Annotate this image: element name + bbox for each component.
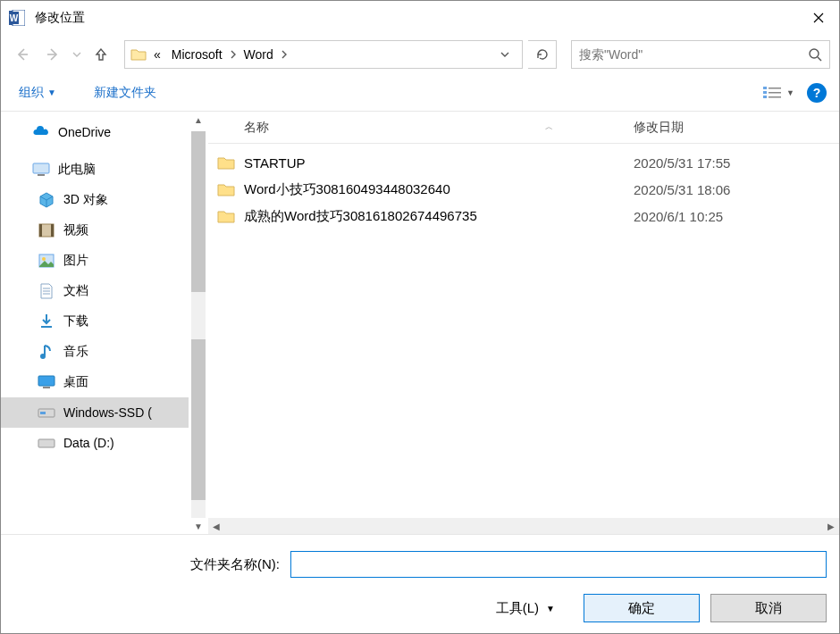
- scroll-right-icon[interactable]: ▶: [823, 521, 839, 531]
- scrollbar-thumb[interactable]: [191, 339, 206, 500]
- tools-button[interactable]: 工具(L) ▼: [496, 600, 555, 617]
- list-item[interactable]: Word小技巧308160493448032640 2020/5/31 18:0…: [208, 176, 839, 203]
- address-bar[interactable]: « Microsoft Word: [124, 40, 523, 69]
- column-date-header[interactable]: 修改日期: [634, 120, 839, 136]
- tree-windows-ssd[interactable]: Windows-SSD (: [1, 397, 189, 428]
- tree-pictures[interactable]: 图片: [1, 246, 189, 276]
- folder-name-row: 文件夹名称(N):: [13, 551, 827, 578]
- view-mode-button[interactable]: ▼: [763, 86, 794, 100]
- svg-rect-12: [38, 174, 45, 176]
- cancel-button[interactable]: 取消: [710, 594, 827, 622]
- scroll-left-icon[interactable]: ◀: [208, 521, 224, 531]
- 3d-objects-icon: [37, 191, 56, 209]
- item-date: 2020/5/31 18:06: [634, 182, 839, 197]
- chevron-down-icon: ▼: [786, 88, 794, 97]
- svg-text:W: W: [10, 13, 19, 23]
- drive-icon: [37, 434, 56, 452]
- list-body[interactable]: STARTUP 2020/5/31 17:55 Word小技巧308160493…: [208, 144, 839, 518]
- item-name: STARTUP: [244, 155, 634, 171]
- list-item[interactable]: 成熟的Word技巧308161802674496735 2020/6/1 10:…: [208, 203, 839, 229]
- documents-icon: [37, 282, 56, 300]
- titlebar: W 修改位置: [1, 1, 839, 35]
- tree-thispc[interactable]: 此电脑: [1, 154, 189, 185]
- folder-icon: [208, 155, 244, 170]
- list-header[interactable]: 名称 ︿ 修改日期: [208, 112, 839, 144]
- item-name: Word小技巧308160493448032640: [244, 181, 634, 198]
- tree-music[interactable]: 音乐: [1, 337, 189, 367]
- svg-rect-23: [38, 439, 55, 447]
- tree-desktop[interactable]: 桌面: [1, 367, 189, 397]
- tree-scrollbar[interactable]: ▲ ▼: [189, 112, 208, 534]
- svg-rect-19: [38, 376, 55, 386]
- column-name-header[interactable]: 名称 ︿: [208, 120, 634, 136]
- tree-documents[interactable]: 文档: [1, 276, 189, 306]
- tree-label: 音乐: [63, 344, 88, 360]
- chevron-down-icon: ▼: [47, 88, 56, 97]
- horizontal-scrollbar[interactable]: ◀ ▶: [208, 518, 839, 534]
- chevron-down-icon: ▼: [546, 604, 555, 613]
- scrollbar-thumb[interactable]: [191, 131, 206, 292]
- help-button[interactable]: ?: [807, 83, 827, 103]
- main-area: OneDrive 此电脑 3D 对象 视频 图片 文档 下载 音乐 桌面 Win…: [1, 112, 839, 534]
- organize-label: 组织: [19, 85, 44, 101]
- folder-name-input[interactable]: [290, 551, 827, 578]
- tree-label: Data (D:): [63, 436, 114, 450]
- desktop-icon: [37, 373, 56, 391]
- music-icon: [37, 343, 56, 361]
- folder-icon: [208, 209, 244, 223]
- item-date: 2020/5/31 17:55: [634, 155, 839, 171]
- item-name: 成熟的Word技巧308161802674496735: [244, 208, 634, 225]
- tree-3d-objects[interactable]: 3D 对象: [1, 185, 189, 215]
- drive-icon: [37, 404, 56, 421]
- scrollbar-track[interactable]: [191, 131, 206, 518]
- tree-label: OneDrive: [58, 125, 111, 139]
- list-item[interactable]: STARTUP 2020/5/31 17:55: [208, 149, 839, 176]
- button-row: 工具(L) ▼ 确定 取消: [13, 594, 827, 622]
- tree-videos[interactable]: 视频: [1, 215, 189, 246]
- tree-label: Windows-SSD (: [63, 405, 152, 420]
- nav-tree[interactable]: OneDrive 此电脑 3D 对象 视频 图片 文档 下载 音乐 桌面 Win…: [1, 112, 189, 534]
- search-icon[interactable]: [808, 47, 822, 62]
- tree-downloads[interactable]: 下载: [1, 306, 189, 337]
- new-folder-button[interactable]: 新建文件夹: [88, 81, 162, 104]
- organize-button[interactable]: 组织 ▼: [13, 81, 62, 104]
- column-date-label: 修改日期: [634, 120, 684, 134]
- svg-rect-9: [763, 96, 767, 98]
- tree-label: 视频: [63, 222, 88, 238]
- new-folder-label: 新建文件夹: [94, 85, 156, 101]
- svg-point-4: [810, 49, 819, 58]
- refresh-button[interactable]: [528, 40, 557, 69]
- search-box[interactable]: [571, 40, 830, 69]
- search-input[interactable]: [579, 47, 808, 62]
- nav-recent-dropdown[interactable]: [71, 42, 83, 67]
- navbar: « Microsoft Word: [1, 35, 839, 74]
- close-button[interactable]: [798, 1, 839, 35]
- breadcrumb-ellipsis[interactable]: «: [148, 47, 166, 62]
- svg-rect-11: [33, 163, 49, 173]
- svg-rect-14: [39, 224, 42, 237]
- word-app-icon: W: [8, 9, 26, 27]
- svg-rect-10: [769, 96, 781, 98]
- window-title: 修改位置: [35, 10, 798, 26]
- breadcrumb-item[interactable]: Word: [239, 47, 279, 62]
- nav-back-button[interactable]: [10, 42, 35, 67]
- tree-label: 图片: [63, 253, 88, 269]
- scroll-up-icon[interactable]: ▲: [191, 112, 206, 128]
- item-date: 2020/6/1 10:25: [634, 209, 839, 224]
- svg-rect-5: [763, 87, 767, 89]
- scroll-down-icon[interactable]: ▼: [191, 518, 206, 534]
- tools-label: 工具(L): [496, 600, 539, 617]
- ok-button[interactable]: 确定: [584, 594, 700, 622]
- breadcrumb-item[interactable]: Microsoft: [166, 47, 228, 62]
- svg-rect-6: [769, 88, 781, 89]
- svg-rect-15: [51, 224, 54, 237]
- nav-forward-button[interactable]: [40, 42, 65, 67]
- address-history-dropdown[interactable]: [500, 50, 518, 59]
- tree-label: 下载: [63, 313, 88, 330]
- downloads-icon: [37, 313, 56, 330]
- tree-onedrive[interactable]: OneDrive: [1, 117, 189, 147]
- nav-up-button[interactable]: [88, 42, 113, 67]
- chevron-right-icon: [279, 50, 290, 59]
- folder-name-label: 文件夹名称(N):: [13, 556, 290, 573]
- tree-data-d[interactable]: Data (D:): [1, 428, 189, 458]
